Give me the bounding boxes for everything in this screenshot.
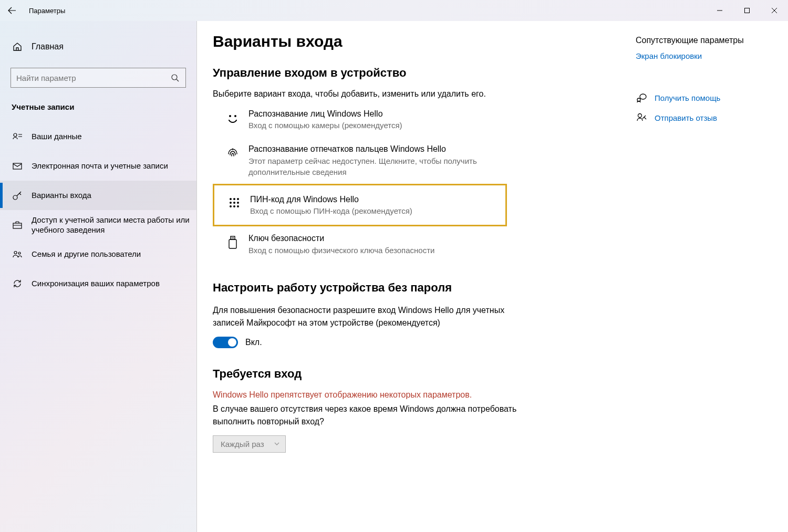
- option-pin[interactable]: ПИН-код для Windows Hello Вход с помощью…: [213, 184, 507, 226]
- key-icon: [12, 190, 23, 201]
- sync-icon: [12, 278, 23, 289]
- feedback-link[interactable]: Отправить отзыв: [636, 112, 777, 123]
- help-label: Получить помощь: [655, 93, 720, 102]
- sidebar: Главная Учетные записи Ваши данные: [0, 21, 197, 532]
- close-button[interactable]: [761, 0, 788, 21]
- svg-point-17: [233, 205, 235, 207]
- option-subtitle: Вход с помощью физического ключа безопас…: [248, 245, 503, 256]
- svg-rect-21: [232, 237, 233, 238]
- option-title: ПИН-код для Windows Hello: [250, 194, 501, 205]
- sidebar-item-signin-options[interactable]: Варианты входа: [0, 181, 196, 210]
- svg-point-10: [230, 198, 232, 200]
- fingerprint-icon: [217, 143, 248, 160]
- chevron-down-icon: [274, 441, 280, 447]
- related-settings-title: Сопутствующие параметры: [636, 36, 777, 45]
- close-icon: [771, 7, 777, 14]
- option-title: Ключ безопасности: [248, 233, 503, 244]
- feedback-icon: [636, 112, 647, 123]
- svg-point-18: [237, 205, 239, 207]
- feedback-label: Отправить отзыв: [655, 113, 717, 122]
- svg-point-6: [14, 252, 17, 254]
- help-icon: [636, 92, 647, 103]
- option-subtitle: Вход с помощью ПИН-кода (рекомендуется): [250, 205, 501, 216]
- option-title: Распознавание отпечатков пальцев Windows…: [248, 143, 503, 155]
- require-signin-dropdown[interactable]: Каждый раз: [213, 435, 286, 453]
- home-label: Главная: [32, 42, 64, 51]
- svg-point-12: [237, 198, 239, 200]
- sidebar-item-sync[interactable]: Синхронизация ваших параметров: [0, 269, 196, 298]
- maximize-button[interactable]: [733, 0, 761, 21]
- search-icon: [170, 74, 180, 82]
- maximize-icon: [744, 7, 750, 14]
- svg-rect-5: [13, 223, 22, 228]
- minimize-button[interactable]: [706, 0, 733, 21]
- svg-point-2: [14, 133, 17, 137]
- option-fingerprint[interactable]: Распознавание отпечатков пальцев Windows…: [213, 137, 507, 183]
- usb-key-icon: [217, 233, 248, 251]
- section-passwordless-desc: Для повышения безопасности разрешите вхо…: [213, 304, 523, 329]
- face-icon: [217, 108, 248, 126]
- svg-point-11: [233, 198, 235, 200]
- titlebar: Параметры: [0, 0, 788, 21]
- svg-rect-20: [229, 239, 236, 248]
- people-icon: [12, 248, 23, 260]
- passwordless-toggle[interactable]: [213, 337, 238, 348]
- svg-point-13: [230, 202, 232, 204]
- section-signin-devices-title: Управление входом в устройство: [213, 66, 609, 80]
- sidebar-item-label: Семья и другие пользователи: [32, 249, 146, 259]
- content-area: Варианты входа Управление входом в устро…: [197, 21, 625, 532]
- person-card-icon: [12, 131, 23, 142]
- option-subtitle: Вход с помощью камеры (рекомендуется): [248, 120, 503, 131]
- svg-point-1: [172, 75, 177, 80]
- briefcase-icon: [12, 219, 23, 231]
- section-require-signin-desc: В случае вашего отсутствия через какое в…: [213, 403, 523, 428]
- search-box[interactable]: [11, 68, 186, 88]
- sidebar-item-label: Электронная почта и учетные записи: [32, 161, 173, 171]
- sidebar-item-your-info[interactable]: Ваши данные: [0, 122, 196, 151]
- keypad-icon: [219, 194, 250, 210]
- svg-rect-22: [233, 237, 234, 238]
- window-title: Параметры: [24, 7, 65, 15]
- svg-point-15: [237, 202, 239, 204]
- svg-point-23: [640, 94, 646, 99]
- svg-point-16: [230, 205, 232, 207]
- search-input[interactable]: [16, 74, 170, 82]
- sidebar-item-work-school[interactable]: Доступ к учетной записи места работы или…: [0, 210, 196, 239]
- related-link-lockscreen[interactable]: Экран блокировки: [636, 51, 777, 60]
- option-subtitle: Этот параметр сейчас недоступен. Щелкнит…: [248, 155, 503, 178]
- mail-icon: [12, 160, 23, 172]
- dropdown-value: Каждый раз: [221, 440, 264, 448]
- svg-rect-0: [745, 8, 750, 13]
- option-face[interactable]: Распознавание лиц Windows Hello Вход с п…: [213, 102, 507, 137]
- svg-point-4: [13, 195, 17, 200]
- svg-point-14: [233, 202, 235, 204]
- sidebar-item-label: Синхронизация ваших параметров: [32, 278, 165, 289]
- option-security-key[interactable]: Ключ безопасности Вход с помощью физичес…: [213, 226, 507, 262]
- right-pane: Сопутствующие параметры Экран блокировки…: [625, 21, 788, 532]
- svg-rect-19: [231, 236, 235, 239]
- sidebar-item-label: Доступ к учетной записи места работы или…: [32, 215, 196, 235]
- help-link[interactable]: Получить помощь: [636, 92, 777, 103]
- back-button[interactable]: [0, 0, 24, 21]
- sidebar-item-family[interactable]: Семья и другие пользователи: [0, 239, 196, 269]
- svg-point-8: [229, 115, 231, 117]
- back-arrow-icon: [8, 6, 16, 15]
- home-icon: [12, 41, 23, 53]
- svg-point-9: [234, 115, 236, 117]
- svg-point-7: [18, 252, 20, 254]
- home-button[interactable]: Главная: [0, 34, 196, 59]
- svg-point-25: [638, 114, 642, 118]
- minimize-icon: [717, 7, 723, 14]
- sidebar-item-label: Ваши данные: [32, 131, 87, 142]
- sidebar-item-email-accounts[interactable]: Электронная почта и учетные записи: [0, 151, 196, 181]
- page-title: Варианты входа: [213, 33, 609, 50]
- section-require-signin-warning: Windows Hello препятствует отображению н…: [213, 390, 609, 400]
- sidebar-section-header: Учетные записи: [0, 97, 196, 122]
- section-signin-devices-desc: Выберите вариант входа, чтобы добавить, …: [213, 89, 609, 99]
- section-require-signin-title: Требуется вход: [213, 367, 609, 381]
- toggle-label: Вкл.: [245, 338, 262, 347]
- section-passwordless-title: Настроить работу устройства без пароля: [213, 281, 609, 295]
- sidebar-item-label: Варианты входа: [32, 190, 97, 201]
- option-title: Распознавание лиц Windows Hello: [248, 108, 503, 120]
